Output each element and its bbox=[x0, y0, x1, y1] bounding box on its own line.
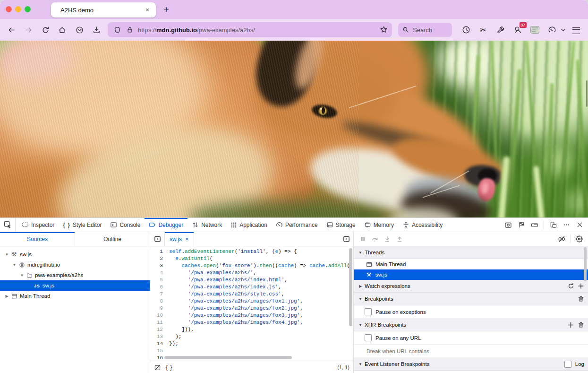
devtools-tab-memory[interactable]: Memory bbox=[360, 218, 398, 232]
tree-item-sw-js[interactable]: ▼⚒sw.js bbox=[0, 249, 150, 260]
code-line[interactable]: '/pwa-examples/a2hs/style.css', bbox=[169, 291, 353, 298]
devtools-tab-styleeditor[interactable]: { }Style Editor bbox=[59, 218, 106, 232]
screenshot-scissors-icon[interactable]: ✂ bbox=[478, 25, 488, 35]
line-number[interactable]: 2 bbox=[150, 255, 166, 262]
line-number[interactable]: 7 bbox=[150, 291, 166, 298]
pause-on-exceptions-row[interactable]: Pause on exceptions bbox=[354, 305, 588, 319]
log-checkbox[interactable] bbox=[564, 361, 571, 368]
devtools-tab-application[interactable]: Application bbox=[226, 218, 272, 232]
expand-panel-icon[interactable] bbox=[339, 232, 353, 246]
line-number[interactable]: 4 bbox=[150, 269, 166, 277]
editor-tab-swjs[interactable]: sw.js × bbox=[164, 232, 194, 246]
threads-section-header[interactable]: ▼ Threads bbox=[354, 246, 588, 259]
code-content[interactable]: self.addEventListener('install', (e) => … bbox=[166, 246, 353, 361]
watch-expressions-header[interactable]: ▶ Watch expressions bbox=[354, 280, 588, 293]
extension-ticket-icon[interactable] bbox=[529, 25, 540, 35]
open-expander-icon[interactable]: ▼ bbox=[19, 273, 25, 278]
refresh-icon[interactable] bbox=[568, 283, 574, 289]
ruler-icon[interactable] bbox=[529, 219, 540, 231]
right-panel-scrollbar[interactable] bbox=[584, 247, 587, 281]
breakpoints-header[interactable]: ▼ Breakpoints bbox=[354, 293, 588, 305]
code-line[interactable]: '/pwa-examples/a2hs/images/fox2.jpg', bbox=[169, 305, 353, 312]
extension-tool-icon[interactable]: 37 bbox=[513, 25, 523, 35]
url-text[interactable]: https://mdn.github.io/pwa-examples/a2hs/ bbox=[138, 26, 255, 34]
reload-icon[interactable] bbox=[41, 25, 50, 35]
devtools-tab-debugger[interactable]: Debugger bbox=[145, 218, 187, 232]
code-line[interactable]: ); bbox=[169, 333, 353, 340]
add-xhr-breakpoint-plus-icon[interactable] bbox=[567, 321, 574, 329]
code-line[interactable]: '/pwa-examples/a2hs/images/fox4.jpg', bbox=[169, 319, 353, 326]
line-number[interactable]: 13 bbox=[150, 333, 166, 340]
line-number[interactable]: 11 bbox=[150, 319, 166, 326]
tree-item-main-thread[interactable]: ▶Main Thread bbox=[0, 291, 150, 301]
code-line[interactable]: caches.open('fox-store').then((cache) =>… bbox=[169, 262, 353, 269]
thread-main-thread[interactable]: Main Thread bbox=[354, 259, 588, 269]
event-listener-breakpoints-header[interactable]: ▼ Event Listener Breakpoints Log bbox=[354, 358, 588, 371]
line-number[interactable]: 3 bbox=[150, 262, 166, 269]
fullscreen-window-button[interactable] bbox=[25, 6, 31, 12]
editor-tab-close-icon[interactable]: × bbox=[185, 235, 189, 243]
editor-vertical-scrollbar[interactable] bbox=[349, 248, 352, 326]
step-in-icon[interactable] bbox=[381, 234, 393, 245]
devtools-tab-inspector[interactable]: Inspector bbox=[17, 218, 59, 232]
devtools-tab-accessibility[interactable]: Accessibility bbox=[398, 218, 447, 232]
line-number[interactable]: 10 bbox=[150, 312, 166, 319]
thread-swjs[interactable]: ⚒ sw.js bbox=[354, 269, 588, 280]
pause-icon[interactable] bbox=[357, 234, 369, 245]
remove-xhr-breakpoints-trash-icon[interactable] bbox=[578, 321, 584, 328]
pause-on-exceptions-checkbox[interactable] bbox=[365, 308, 372, 315]
pause-on-any-url-row[interactable]: Pause on any URL bbox=[354, 331, 588, 345]
close-window-button[interactable] bbox=[6, 6, 12, 12]
collapse-sources-panel-icon[interactable] bbox=[150, 232, 164, 246]
step-over-icon[interactable] bbox=[369, 234, 381, 245]
tracking-shield-icon[interactable] bbox=[114, 26, 121, 34]
closed-expander-icon[interactable]: ▶ bbox=[4, 294, 10, 298]
code-editor[interactable]: 12345678910111213141516 self.addEventLis… bbox=[150, 246, 353, 361]
devtools-tab-storage[interactable]: Storage bbox=[322, 218, 360, 232]
line-number[interactable]: 9 bbox=[150, 305, 166, 312]
code-line[interactable]: self.addEventListener('install', (e) => … bbox=[169, 248, 353, 255]
devtools-wrench-icon[interactable] bbox=[495, 25, 506, 35]
skip-pausing-eye-slash-icon[interactable] bbox=[555, 233, 568, 244]
pick-element-icon[interactable] bbox=[0, 218, 16, 232]
tree-item-mdn-github-io[interactable]: ▼mdn.github.io bbox=[0, 260, 150, 270]
tab-close-icon[interactable]: × bbox=[143, 5, 152, 15]
step-out-icon[interactable] bbox=[393, 234, 406, 245]
browser-tab[interactable]: A2HS demo × bbox=[51, 2, 156, 17]
line-number[interactable]: 5 bbox=[150, 277, 166, 284]
minimize-window-button[interactable] bbox=[15, 6, 21, 12]
page-scrollbar[interactable] bbox=[586, 80, 588, 107]
line-number[interactable]: 8 bbox=[150, 298, 166, 305]
code-line[interactable] bbox=[169, 347, 353, 355]
pretty-print-button[interactable]: { } bbox=[166, 364, 172, 371]
url-bar[interactable]: https://mdn.github.io/pwa-examples/a2hs/ bbox=[108, 22, 392, 37]
debugger-settings-gear-icon[interactable] bbox=[573, 233, 585, 244]
code-line[interactable]: '/pwa-examples/a2hs/index.html', bbox=[169, 277, 353, 284]
code-line[interactable]: '/pwa-examples/a2hs/images/fox3.jpg', bbox=[169, 312, 353, 319]
search-bar[interactable]: Search bbox=[398, 23, 452, 37]
line-number[interactable]: 6 bbox=[150, 284, 166, 291]
forward-icon[interactable] bbox=[24, 25, 33, 35]
flagblocks-icon[interactable] bbox=[516, 219, 527, 231]
profiler-gauge-icon[interactable] bbox=[547, 25, 557, 35]
tree-item-pwa-examples-a2hs[interactable]: ▼pwa-examples/a2hs bbox=[0, 270, 150, 280]
history-clock-icon[interactable] bbox=[461, 25, 471, 35]
devtools-tab-performance[interactable]: Performance bbox=[272, 218, 322, 232]
tab-outline[interactable]: Outline bbox=[75, 232, 150, 246]
downloads-icon[interactable] bbox=[92, 25, 101, 35]
tab-sources[interactable]: Sources bbox=[0, 232, 75, 246]
responsive-icon[interactable] bbox=[547, 219, 559, 231]
editor-horizontal-scrollbar[interactable] bbox=[164, 356, 292, 359]
line-number[interactable]: 14 bbox=[150, 340, 166, 347]
code-line[interactable]: e.waitUntil( bbox=[169, 255, 353, 262]
xhr-url-input-row[interactable]: Break when URL contains bbox=[354, 345, 588, 358]
tree-item-sw-js[interactable]: JSsw.js bbox=[0, 280, 150, 291]
pause-on-any-url-checkbox[interactable] bbox=[365, 334, 372, 341]
xhr-breakpoints-header[interactable]: ▼ XHR Breakpoints bbox=[354, 319, 588, 331]
lock-icon[interactable] bbox=[127, 26, 133, 33]
devtools-tab-network[interactable]: Network bbox=[187, 218, 226, 232]
code-line[interactable]: ])), bbox=[169, 326, 353, 333]
home-icon[interactable] bbox=[57, 25, 67, 35]
more-icon[interactable] bbox=[561, 219, 572, 231]
camera-icon[interactable] bbox=[503, 219, 514, 231]
